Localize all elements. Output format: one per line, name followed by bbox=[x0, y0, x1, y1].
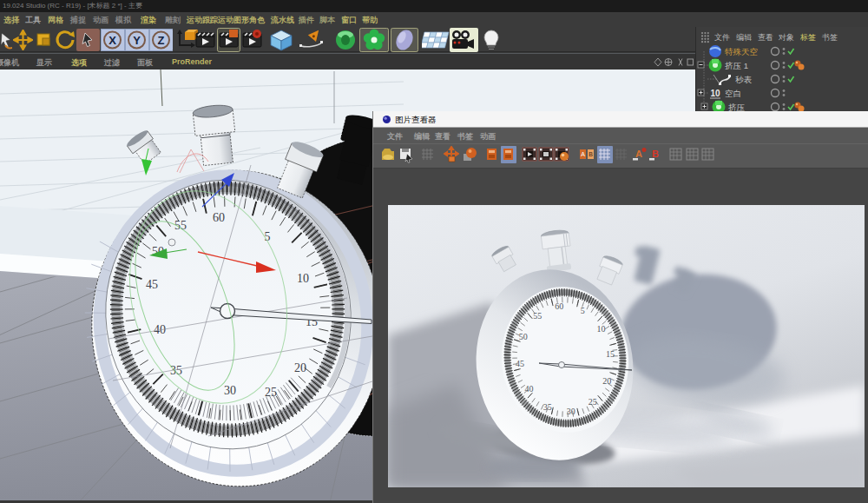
svg-text:25: 25 bbox=[265, 386, 277, 399]
svg-text:20: 20 bbox=[602, 376, 611, 386]
svg-text:60: 60 bbox=[555, 301, 563, 311]
svg-text:10: 10 bbox=[597, 324, 606, 334]
svg-text:A: A bbox=[635, 149, 642, 159]
svg-text:Y: Y bbox=[133, 34, 141, 47]
svg-text:40: 40 bbox=[524, 384, 533, 394]
svg-text:A: A bbox=[581, 151, 585, 157]
svg-text:30: 30 bbox=[224, 384, 236, 397]
svg-text:60: 60 bbox=[213, 211, 225, 224]
svg-text:10: 10 bbox=[297, 272, 309, 285]
svg-text:45: 45 bbox=[516, 359, 524, 368]
svg-text:20: 20 bbox=[294, 361, 306, 374]
svg-text:30: 30 bbox=[567, 407, 575, 416]
svg-text:10: 10 bbox=[710, 89, 720, 98]
svg-text:45: 45 bbox=[146, 278, 158, 291]
svg-text:Z: Z bbox=[158, 34, 165, 47]
svg-text:35: 35 bbox=[543, 402, 552, 412]
svg-text:B: B bbox=[652, 149, 659, 159]
svg-text:55: 55 bbox=[533, 311, 542, 321]
svg-text:B: B bbox=[589, 151, 593, 157]
svg-text:25: 25 bbox=[589, 397, 597, 407]
svg-text:5: 5 bbox=[581, 306, 585, 315]
svg-text:X: X bbox=[108, 34, 116, 47]
svg-text:50: 50 bbox=[519, 332, 528, 341]
svg-text:15: 15 bbox=[606, 349, 615, 359]
